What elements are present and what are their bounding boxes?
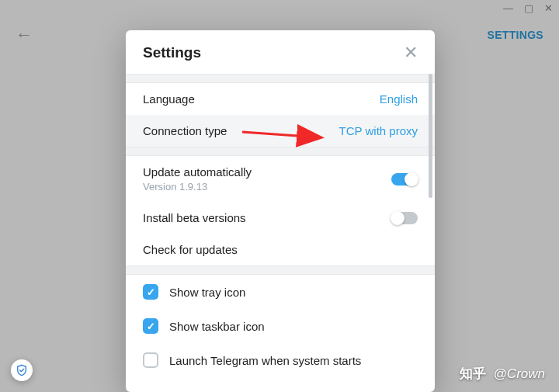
watermark: 知乎 @Crown xyxy=(460,365,545,383)
update-auto-label: Update automatically xyxy=(143,165,252,179)
version-text: Version 1.9.13 xyxy=(143,181,252,193)
launch-start-label: Launch Telegram when system starts xyxy=(169,354,361,367)
watermark-user: @Crown xyxy=(494,366,545,382)
settings-modal: Settings ✕ Language English Connection t… xyxy=(126,30,435,392)
taskbar-icon-checkbox[interactable] xyxy=(143,318,158,334)
language-label: Language xyxy=(143,92,195,106)
connection-type-value: TCP with proxy xyxy=(339,124,418,137)
update-automatically-row[interactable]: Update automatically Version 1.9.13 xyxy=(126,156,435,202)
connection-type-label: Connection type xyxy=(143,124,227,137)
close-icon[interactable]: ✕ xyxy=(404,44,418,61)
language-value: English xyxy=(380,92,418,106)
install-beta-label: Install beta versions xyxy=(143,211,246,224)
check-updates-label: Check for updates xyxy=(143,243,238,256)
watermark-site: 知乎 xyxy=(460,365,486,383)
install-beta-row[interactable]: Install beta versions xyxy=(126,202,435,234)
section-separator xyxy=(126,265,435,275)
launch-start-row[interactable]: Launch Telegram when system starts xyxy=(126,343,435,377)
tray-icon-row[interactable]: Show tray icon xyxy=(126,275,435,309)
section-separator xyxy=(126,74,435,83)
modal-header: Settings ✕ xyxy=(126,30,435,74)
shield-badge[interactable] xyxy=(11,359,33,381)
language-row[interactable]: Language English xyxy=(126,83,435,115)
modal-title: Settings xyxy=(143,44,201,61)
connection-type-row[interactable]: Connection type TCP with proxy xyxy=(126,115,435,147)
scrollbar-thumb[interactable] xyxy=(429,74,432,198)
modal-scroll-area: Language English Connection type TCP wit… xyxy=(126,74,435,392)
install-beta-toggle[interactable] xyxy=(391,212,418,224)
tray-icon-checkbox[interactable] xyxy=(143,284,158,300)
shield-check-icon xyxy=(16,364,28,376)
taskbar-icon-label: Show taskbar icon xyxy=(169,320,265,333)
check-updates-row[interactable]: Check for updates xyxy=(126,234,435,265)
tray-icon-label: Show tray icon xyxy=(169,286,245,299)
section-separator xyxy=(126,147,435,156)
launch-start-checkbox[interactable] xyxy=(143,352,158,368)
update-auto-toggle[interactable] xyxy=(391,173,418,186)
taskbar-icon-row[interactable]: Show taskbar icon xyxy=(126,309,435,343)
